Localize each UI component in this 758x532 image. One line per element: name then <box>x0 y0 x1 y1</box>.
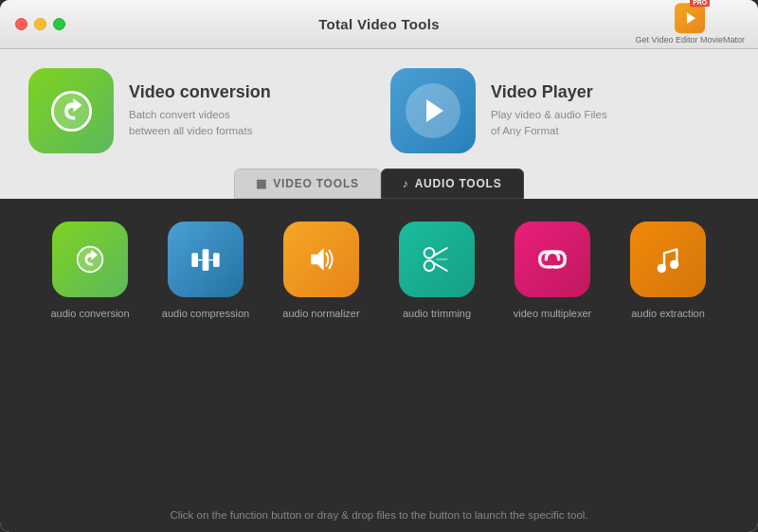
audio-normalizer-svg <box>302 240 340 278</box>
video-conversion-title: Video conversion <box>129 82 271 102</box>
minimize-button[interactable] <box>34 18 46 30</box>
audio-compression-svg <box>187 240 225 278</box>
status-bar: Click on the function button or dray & d… <box>23 498 735 532</box>
audio-normalizer-label: audio normalizer <box>282 307 359 320</box>
tab-video-tools[interactable]: ▦ VIDEO TOOLS <box>234 168 380 199</box>
tool-audio-normalizer[interactable]: audio normalizer <box>269 222 373 487</box>
video-player-icon <box>390 68 476 153</box>
feature-cards-section: Video conversion Batch convert videosbet… <box>0 49 758 168</box>
audio-trimming-label: audio trimming <box>403 307 471 320</box>
audio-conversion-icon <box>52 222 128 297</box>
svg-marker-7 <box>311 248 323 271</box>
conversion-svg-icon <box>45 85 98 137</box>
brand-label: Get Video Editor MovieMator <box>636 35 745 46</box>
feature-card-video-conversion[interactable]: Video conversion Batch convert videosbet… <box>28 68 368 153</box>
feature-card-video-player[interactable]: Video Player Play video & audio Filesof … <box>390 68 730 153</box>
svg-point-0 <box>52 92 90 130</box>
video-player-desc: Play video & audio Filesof Any Format <box>491 107 607 140</box>
audio-trimming-icon <box>399 222 475 297</box>
brand-icon: PRO <box>675 3 705 33</box>
status-text: Click on the function button or dray & d… <box>170 509 587 521</box>
audio-extraction-svg <box>649 240 687 278</box>
brand-logo: PRO Get Video Editor MovieMator <box>636 3 745 46</box>
tool-audio-conversion[interactable]: audio conversion <box>38 222 142 487</box>
video-multiplexer-svg <box>533 240 571 278</box>
audio-conversion-label: audio conversion <box>50 307 129 320</box>
audio-tools-tab-label: AUDIO TOOLS <box>415 177 502 190</box>
pro-badge: PRO <box>690 0 710 7</box>
video-tools-tab-label: VIDEO TOOLS <box>273 177 359 190</box>
video-conversion-info: Video conversion Batch convert videosbet… <box>129 82 271 140</box>
tool-audio-compression[interactable]: audio compression <box>153 222 258 487</box>
tools-grid: audio conversion audio compression <box>23 222 735 487</box>
tab-audio-tools[interactable]: ♪ AUDIO TOOLS <box>381 168 524 199</box>
audio-conversion-svg <box>71 240 109 278</box>
tool-audio-trimming[interactable]: audio trimming <box>385 222 489 487</box>
audio-compression-label: audio compression <box>162 307 249 320</box>
play-triangle-icon <box>426 99 443 122</box>
audio-compression-icon <box>168 222 244 297</box>
tool-video-multiplexer[interactable]: video multiplexer <box>500 222 605 487</box>
traffic-lights <box>15 18 65 30</box>
svg-rect-3 <box>203 249 209 271</box>
audio-extraction-label: audio extraction <box>631 307 705 320</box>
main-window: Total Video Tools PRO Get Video Editor M… <box>0 0 758 532</box>
audio-tools-tab-icon: ♪ <box>403 177 409 190</box>
video-conversion-icon <box>28 68 114 153</box>
audio-trimming-svg <box>418 240 456 278</box>
svg-rect-2 <box>191 253 198 267</box>
audio-normalizer-icon <box>283 222 359 297</box>
window-title: Total Video Tools <box>318 16 440 32</box>
video-player-info: Video Player Play video & audio Filesof … <box>491 82 607 140</box>
svg-rect-4 <box>213 253 220 267</box>
svg-point-13 <box>658 264 666 273</box>
tabs-bar: ▦ VIDEO TOOLS ♪ AUDIO TOOLS <box>0 168 758 199</box>
video-player-title: Video Player <box>491 82 607 102</box>
tool-audio-extraction[interactable]: audio extraction <box>616 222 720 487</box>
video-conversion-desc: Batch convert videosbetween all video fo… <box>129 107 271 140</box>
bottom-section: audio conversion audio compression <box>0 199 758 532</box>
svg-point-14 <box>670 260 678 269</box>
title-bar: Total Video Tools PRO Get Video Editor M… <box>0 0 758 49</box>
svg-point-1 <box>78 247 103 273</box>
video-multiplexer-icon <box>514 222 590 297</box>
video-tools-tab-icon: ▦ <box>256 177 267 190</box>
close-button[interactable] <box>15 18 27 30</box>
audio-extraction-icon <box>630 222 706 297</box>
maximize-button[interactable] <box>53 18 65 30</box>
play-bubble <box>406 83 460 138</box>
video-multiplexer-label: video multiplexer <box>514 307 592 320</box>
